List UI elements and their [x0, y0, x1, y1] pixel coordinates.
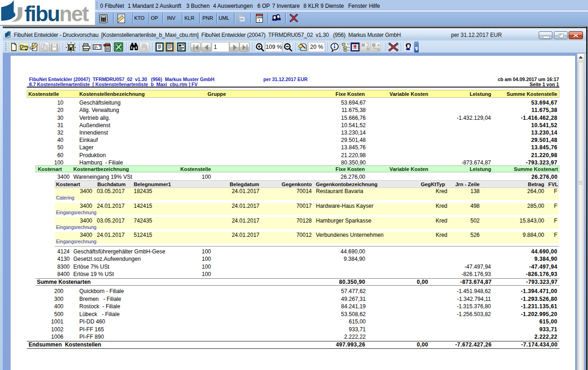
svg-text:fibunet: fibunet [24, 2, 89, 26]
